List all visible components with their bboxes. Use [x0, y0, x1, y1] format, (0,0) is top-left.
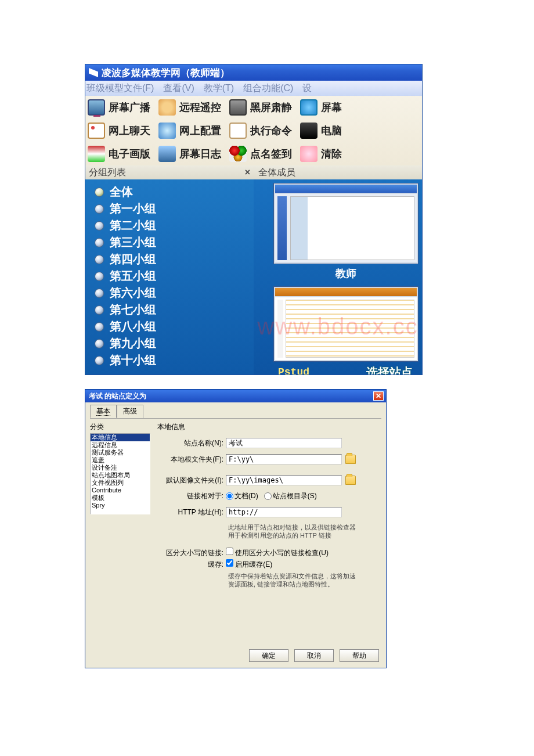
bullet-icon	[95, 238, 104, 247]
radio-document[interactable]: 文档(D)	[226, 491, 258, 501]
folder-icon[interactable]	[345, 455, 356, 464]
btn-paint[interactable]: 电子画版	[88, 146, 150, 162]
radio-siteroot-input[interactable]	[264, 492, 272, 500]
category-item[interactable]: 设计备注	[91, 464, 150, 471]
group-sidebar: 分组列表 × 全体 第一小组 第二小组 第三小组 第四小组 第五小组 第六小组 …	[85, 165, 254, 375]
cancel-button[interactable]: 取消	[294, 649, 334, 662]
menu-view[interactable]: 查看(V)	[163, 82, 194, 95]
disk-icon	[300, 123, 317, 139]
select-site-label: 选择站点	[365, 364, 414, 375]
category-item[interactable]: 测试服务器	[91, 449, 150, 456]
group-item-3[interactable]: 第三小组	[91, 235, 251, 250]
cache-label: 缓存:	[157, 560, 226, 570]
category-item[interactable]: 远程信息	[91, 441, 150, 449]
group-item-9[interactable]: 第九小组	[91, 336, 251, 351]
category-list[interactable]: 本地信息 远程信息 测试服务器 遮盖 设计备注 站点地图布局 文件视图列 Con…	[90, 433, 150, 514]
tab-basic[interactable]: 基本	[90, 405, 117, 418]
thumbnail-teacher[interactable]	[273, 183, 418, 264]
case-checkbox-input[interactable]	[226, 548, 233, 555]
category-item[interactable]: Spry	[91, 502, 150, 509]
case-check[interactable]: 使用区分大小写的链接检查(U)	[226, 548, 329, 558]
tab-advanced[interactable]: 高级	[117, 405, 143, 418]
cache-check[interactable]: 启用缓存(E)	[226, 559, 272, 570]
chat-icon	[88, 123, 105, 139]
btn-blackscreen[interactable]: 黑屏肃静	[229, 99, 292, 116]
menu-file[interactable]: 班级模型文件(F)	[86, 82, 154, 95]
ok-button[interactable]: 确定	[249, 649, 288, 662]
btn-r3d[interactable]: 清除	[300, 146, 342, 162]
radio-siteroot[interactable]: 站点根目录(S)	[264, 491, 317, 501]
thumbnail-student[interactable]	[273, 286, 418, 362]
tab-panel: 分类 本地信息 远程信息 测试服务器 遮盖 设计备注 站点地图布局 文件视图列 …	[90, 418, 381, 645]
category-item[interactable]: 模板	[91, 494, 150, 502]
btn-screenlog[interactable]: 屏幕日志	[158, 146, 221, 162]
radio-document-input[interactable]	[226, 492, 233, 500]
btn-r2d[interactable]: 电脑	[300, 123, 342, 139]
tab-strip: 基本 高级	[90, 405, 386, 418]
btn-rollcall[interactable]: 点名签到	[229, 146, 292, 162]
group-item-7[interactable]: 第七小组	[91, 302, 251, 318]
group-list: 全体 第一小组 第二小组 第三小组 第四小组 第五小组 第六小组 第七小组 第八…	[85, 179, 254, 373]
bullet-icon	[95, 221, 104, 231]
category-item[interactable]: Contribute	[91, 487, 150, 494]
httpaddr-input[interactable]	[226, 507, 342, 517]
folder-icon[interactable]	[345, 476, 356, 485]
bullet-icon	[95, 289, 104, 298]
cache-checkbox-input[interactable]	[226, 559, 233, 567]
site-definition-dialog: 考试 的站点定义为 ✕ 基本 高级 分类 本地信息 远程信息 测试服务器 遮盖 …	[85, 389, 387, 668]
group-item-10[interactable]: 第十小组	[91, 352, 251, 368]
btn-remote[interactable]: 远程遥控	[158, 99, 221, 116]
localroot-label: 本地根文件夹(F):	[157, 455, 226, 465]
group-item-1[interactable]: 第一小组	[91, 201, 251, 217]
btn-command[interactable]: 执行命令	[229, 123, 292, 139]
category-item[interactable]: 遮盖	[91, 456, 150, 464]
screen-icon	[300, 99, 317, 116]
case-label: 区分大小写的链接:	[157, 548, 226, 558]
menu-combo[interactable]: 组合功能(C)	[243, 82, 293, 95]
dialog-title: 考试 的站点定义为	[89, 391, 146, 401]
group-item-6[interactable]: 第六小组	[91, 285, 251, 301]
defaultimg-input[interactable]	[226, 475, 342, 485]
gear-icon	[158, 123, 176, 139]
bullet-icon	[95, 339, 104, 348]
sidebar-title: 分组列表	[89, 167, 126, 179]
menu-teach[interactable]: 教学(T)	[204, 82, 234, 95]
group-item-8[interactable]: 第八小组	[91, 319, 251, 334]
category-item[interactable]: 站点地图布局	[91, 471, 150, 479]
group-item-5[interactable]: 第五小组	[91, 268, 251, 284]
bullet-icon	[95, 188, 104, 197]
app-icon	[89, 68, 98, 77]
command-icon	[229, 123, 247, 139]
toolbars: 屏幕广播 远程遥控 黑屏肃静 屏幕 网上聊天	[85, 96, 422, 165]
linkrelative-label: 链接相对于:	[157, 491, 226, 501]
help-button[interactable]: 帮助	[340, 649, 379, 662]
pstud-label: Pstud	[278, 366, 309, 375]
bullet-icon	[95, 272, 104, 281]
group-item-all[interactable]: 全体	[91, 184, 251, 200]
titlebar[interactable]: 凌波多媒体教学网（教师端）	[85, 64, 422, 81]
category-item[interactable]: 本地信息	[91, 434, 150, 441]
btn-broadcast[interactable]: 屏幕广播	[88, 99, 150, 116]
hand-icon	[158, 99, 176, 116]
teacher-app-window: 凌波多媒体教学网（教师端） 班级模型文件(F) 查看(V) 教学(T) 组合功能…	[85, 64, 423, 375]
menu-bar: 班级模型文件(F) 查看(V) 教学(T) 组合功能(C) 设	[85, 81, 422, 96]
category-item[interactable]: 文件视图列	[91, 479, 150, 487]
btn-chat[interactable]: 网上聊天	[88, 123, 150, 139]
btn-netconfig[interactable]: 网上配置	[158, 123, 221, 139]
dialog-titlebar[interactable]: 考试 的站点定义为 ✕	[85, 390, 386, 402]
localroot-input[interactable]	[226, 454, 342, 465]
wave-icon	[300, 146, 317, 162]
sidebar-close-icon[interactable]: ×	[245, 167, 250, 178]
thumbnail-caption: 教师	[273, 267, 418, 280]
members-pane: 全体成员 教师 Pstud 选择站点 www.bdocx.cc	[254, 165, 422, 375]
menu-more[interactable]: 设	[302, 82, 312, 95]
btn-r1d[interactable]: 屏幕	[300, 99, 342, 116]
sitename-label: 站点名称(N):	[157, 438, 226, 448]
people-icon	[229, 146, 247, 162]
sitename-input[interactable]	[226, 438, 342, 448]
section-title: 本地信息	[157, 422, 381, 432]
group-item-4[interactable]: 第四小组	[91, 251, 251, 267]
close-icon[interactable]: ✕	[373, 391, 384, 401]
group-item-2[interactable]: 第二小组	[91, 218, 251, 233]
log-icon	[158, 146, 176, 162]
